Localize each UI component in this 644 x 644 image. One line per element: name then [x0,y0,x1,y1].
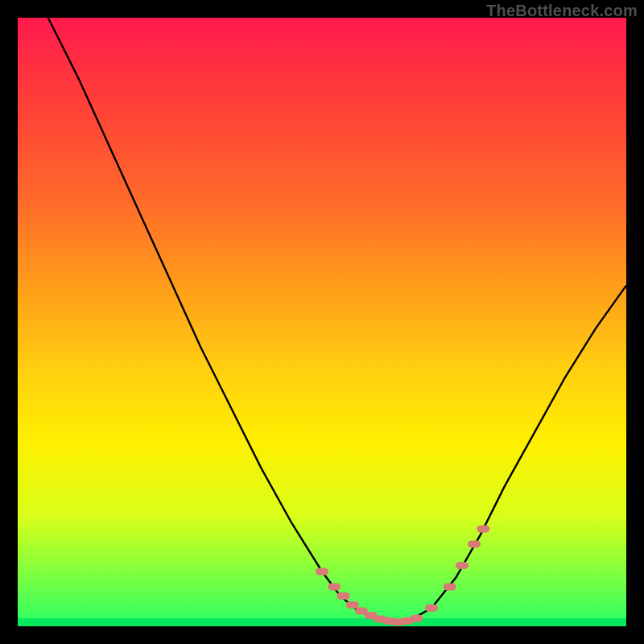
marker-dot [477,526,489,533]
curve-layer [18,18,626,626]
watermark-text: TheBottleneck.com [486,2,638,20]
chart-frame: TheBottleneck.com [0,0,644,644]
bottleneck-curve [48,18,626,622]
marker-dot [425,605,438,612]
marker-dot [316,568,328,576]
marker-dot [337,592,350,600]
marker-dot [346,601,359,609]
marker-dot [444,583,456,590]
highlight-markers [316,526,489,626]
marker-dot [456,562,469,569]
marker-dot [410,615,423,622]
marker-dot [468,540,481,547]
marker-dot [328,583,341,590]
